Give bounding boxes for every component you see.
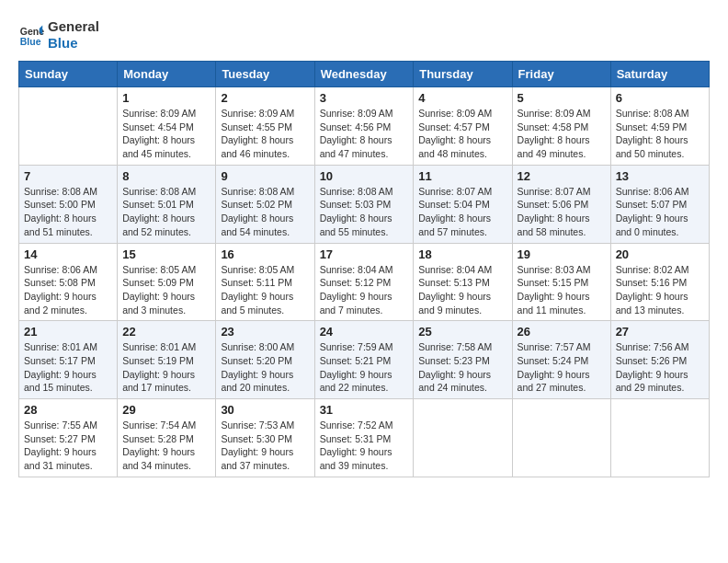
day-cell: 15Sunrise: 8:05 AM Sunset: 5:09 PM Dayli… [118,243,216,321]
day-cell: 1Sunrise: 8:09 AM Sunset: 4:54 PM Daylig… [118,87,216,166]
day-number: 8 [122,169,210,183]
day-cell: 5Sunrise: 8:09 AM Sunset: 4:58 PM Daylig… [512,87,610,166]
calendar-body: 1Sunrise: 8:09 AM Sunset: 4:54 PM Daylig… [19,87,710,477]
week-row-2: 7Sunrise: 8:08 AM Sunset: 5:00 PM Daylig… [19,165,710,243]
day-cell: 27Sunrise: 7:56 AM Sunset: 5:26 PM Dayli… [610,321,709,399]
day-info: Sunrise: 8:08 AM Sunset: 5:01 PM Dayligh… [122,185,210,239]
day-number: 25 [418,325,506,339]
day-number: 1 [122,91,210,105]
day-info: Sunrise: 8:09 AM Sunset: 4:57 PM Dayligh… [418,107,506,161]
day-info: Sunrise: 7:56 AM Sunset: 5:26 PM Dayligh… [616,340,704,395]
day-number: 3 [320,91,409,105]
header-cell-sunday: Sunday [19,62,118,87]
day-info: Sunrise: 8:07 AM Sunset: 5:04 PM Dayligh… [418,185,506,239]
day-cell: 30Sunrise: 7:53 AM Sunset: 5:30 PM Dayli… [216,399,314,477]
day-info: Sunrise: 8:06 AM Sunset: 5:08 PM Dayligh… [24,263,112,317]
header-cell-wednesday: Wednesday [314,62,414,87]
logo-blue: Blue [48,35,99,52]
day-info: Sunrise: 8:09 AM Sunset: 4:58 PM Dayligh… [518,107,606,161]
day-cell: 21Sunrise: 8:01 AM Sunset: 5:17 PM Dayli… [19,321,118,399]
logo-general: General [48,18,99,35]
day-info: Sunrise: 8:05 AM Sunset: 5:09 PM Dayligh… [122,263,210,317]
svg-text:Blue: Blue [20,36,41,47]
day-info: Sunrise: 8:01 AM Sunset: 5:17 PM Dayligh… [24,340,112,395]
day-number: 7 [24,169,112,183]
day-cell: 23Sunrise: 8:00 AM Sunset: 5:20 PM Dayli… [216,321,314,399]
day-info: Sunrise: 7:54 AM Sunset: 5:28 PM Dayligh… [122,419,210,473]
day-info: Sunrise: 8:09 AM Sunset: 4:56 PM Dayligh… [320,107,409,161]
header-cell-monday: Monday [118,62,216,87]
day-info: Sunrise: 8:04 AM Sunset: 5:13 PM Dayligh… [418,263,506,317]
day-cell: 29Sunrise: 7:54 AM Sunset: 5:28 PM Dayli… [118,399,216,477]
day-number: 26 [518,325,606,339]
day-number: 21 [24,325,112,339]
day-number: 17 [320,247,409,261]
calendar-table: SundayMondayTuesdayWednesdayThursdayFrid… [18,61,710,477]
day-info: Sunrise: 8:03 AM Sunset: 5:15 PM Dayligh… [518,263,606,317]
day-cell: 25Sunrise: 7:58 AM Sunset: 5:23 PM Dayli… [414,321,512,399]
day-info: Sunrise: 8:08 AM Sunset: 5:03 PM Dayligh… [320,185,409,239]
header-cell-friday: Friday [512,62,610,87]
day-info: Sunrise: 7:55 AM Sunset: 5:27 PM Dayligh… [24,419,112,473]
day-cell: 19Sunrise: 8:03 AM Sunset: 5:15 PM Dayli… [512,243,610,321]
day-number: 30 [221,403,309,417]
day-info: Sunrise: 8:09 AM Sunset: 4:55 PM Dayligh… [221,107,309,161]
day-cell: 7Sunrise: 8:08 AM Sunset: 5:00 PM Daylig… [19,165,118,243]
day-info: Sunrise: 7:59 AM Sunset: 5:21 PM Dayligh… [320,340,409,395]
day-cell: 6Sunrise: 8:08 AM Sunset: 4:59 PM Daylig… [610,87,709,166]
page-header: General Blue General Blue [18,18,710,52]
day-info: Sunrise: 8:01 AM Sunset: 5:19 PM Dayligh… [122,340,210,395]
day-cell: 10Sunrise: 8:08 AM Sunset: 5:03 PM Dayli… [314,165,414,243]
day-cell: 16Sunrise: 8:05 AM Sunset: 5:11 PM Dayli… [216,243,314,321]
logo: General Blue General Blue [18,18,99,52]
day-cell: 22Sunrise: 8:01 AM Sunset: 5:19 PM Dayli… [118,321,216,399]
day-cell: 4Sunrise: 8:09 AM Sunset: 4:57 PM Daylig… [414,87,512,166]
day-info: Sunrise: 7:57 AM Sunset: 5:24 PM Dayligh… [518,340,606,395]
day-number: 19 [518,247,606,261]
day-number: 29 [122,403,210,417]
week-row-4: 21Sunrise: 8:01 AM Sunset: 5:17 PM Dayli… [19,321,710,399]
day-number: 13 [616,169,704,183]
day-cell [512,399,610,477]
week-row-5: 28Sunrise: 7:55 AM Sunset: 5:27 PM Dayli… [19,399,710,477]
day-number: 6 [616,91,704,105]
header-row: SundayMondayTuesdayWednesdayThursdayFrid… [19,62,710,87]
header-cell-tuesday: Tuesday [216,62,314,87]
day-number: 18 [418,247,506,261]
day-cell: 20Sunrise: 8:02 AM Sunset: 5:16 PM Dayli… [610,243,709,321]
day-cell: 14Sunrise: 8:06 AM Sunset: 5:08 PM Dayli… [19,243,118,321]
logo-icon: General Blue [18,22,44,48]
day-info: Sunrise: 7:53 AM Sunset: 5:30 PM Dayligh… [221,419,309,473]
day-cell: 13Sunrise: 8:06 AM Sunset: 5:07 PM Dayli… [610,165,709,243]
day-number: 22 [122,325,210,339]
day-number: 24 [320,325,409,339]
calendar-header: SundayMondayTuesdayWednesdayThursdayFrid… [19,62,710,87]
day-info: Sunrise: 8:08 AM Sunset: 5:02 PM Dayligh… [221,185,309,239]
day-cell: 24Sunrise: 7:59 AM Sunset: 5:21 PM Dayli… [314,321,414,399]
day-number: 11 [418,169,506,183]
day-info: Sunrise: 8:00 AM Sunset: 5:20 PM Dayligh… [221,340,309,395]
day-info: Sunrise: 8:04 AM Sunset: 5:12 PM Dayligh… [320,263,409,317]
day-cell: 18Sunrise: 8:04 AM Sunset: 5:13 PM Dayli… [414,243,512,321]
day-number: 15 [122,247,210,261]
header-cell-thursday: Thursday [414,62,512,87]
day-info: Sunrise: 8:05 AM Sunset: 5:11 PM Dayligh… [221,263,309,317]
day-number: 5 [518,91,606,105]
day-cell: 3Sunrise: 8:09 AM Sunset: 4:56 PM Daylig… [314,87,414,166]
day-cell: 26Sunrise: 7:57 AM Sunset: 5:24 PM Dayli… [512,321,610,399]
day-number: 10 [320,169,409,183]
day-cell: 2Sunrise: 8:09 AM Sunset: 4:55 PM Daylig… [216,87,314,166]
day-cell: 11Sunrise: 8:07 AM Sunset: 5:04 PM Dayli… [414,165,512,243]
day-number: 31 [320,403,409,417]
day-number: 20 [616,247,704,261]
day-cell: 9Sunrise: 8:08 AM Sunset: 5:02 PM Daylig… [216,165,314,243]
day-info: Sunrise: 8:02 AM Sunset: 5:16 PM Dayligh… [616,263,704,317]
day-number: 16 [221,247,309,261]
day-number: 14 [24,247,112,261]
day-info: Sunrise: 8:08 AM Sunset: 4:59 PM Dayligh… [616,107,704,161]
day-number: 12 [518,169,606,183]
day-info: Sunrise: 8:08 AM Sunset: 5:00 PM Dayligh… [24,185,112,239]
day-cell: 31Sunrise: 7:52 AM Sunset: 5:31 PM Dayli… [314,399,414,477]
day-cell: 17Sunrise: 8:04 AM Sunset: 5:12 PM Dayli… [314,243,414,321]
day-number: 9 [221,169,309,183]
